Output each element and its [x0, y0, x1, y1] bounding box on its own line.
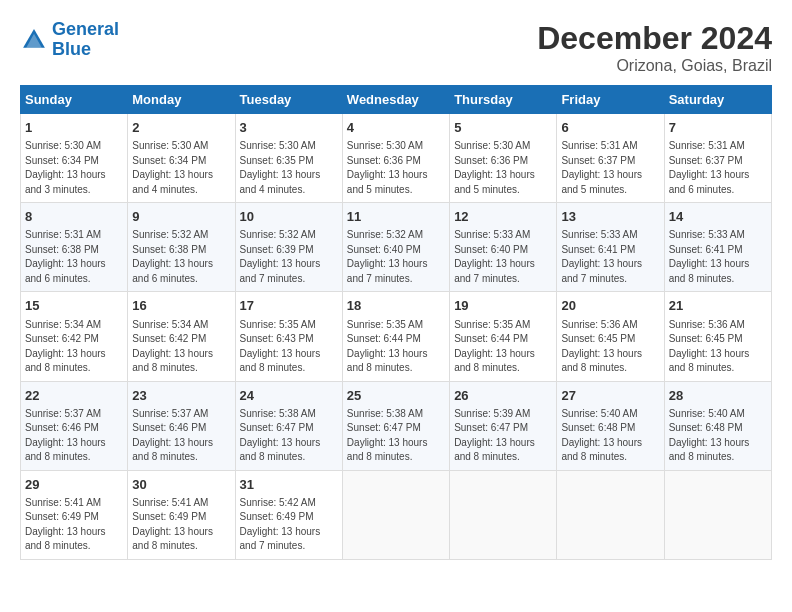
day-info: Sunrise: 5:37 AM Sunset: 6:46 PM Dayligh… — [132, 407, 230, 465]
day-info: Sunrise: 5:35 AM Sunset: 6:44 PM Dayligh… — [347, 318, 445, 376]
day-number: 26 — [454, 387, 552, 405]
day-info: Sunrise: 5:31 AM Sunset: 6:37 PM Dayligh… — [561, 139, 659, 197]
calendar-cell — [342, 470, 449, 559]
day-number: 10 — [240, 208, 338, 226]
calendar-cell: 25Sunrise: 5:38 AM Sunset: 6:47 PM Dayli… — [342, 381, 449, 470]
calendar-cell: 13Sunrise: 5:33 AM Sunset: 6:41 PM Dayli… — [557, 203, 664, 292]
calendar-title: December 2024 — [537, 20, 772, 57]
day-number: 14 — [669, 208, 767, 226]
day-number: 6 — [561, 119, 659, 137]
calendar-cell: 12Sunrise: 5:33 AM Sunset: 6:40 PM Dayli… — [450, 203, 557, 292]
day-info: Sunrise: 5:33 AM Sunset: 6:40 PM Dayligh… — [454, 228, 552, 286]
week-row-4: 22Sunrise: 5:37 AM Sunset: 6:46 PM Dayli… — [21, 381, 772, 470]
weekday-header-friday: Friday — [557, 86, 664, 114]
day-info: Sunrise: 5:34 AM Sunset: 6:42 PM Dayligh… — [132, 318, 230, 376]
day-info: Sunrise: 5:37 AM Sunset: 6:46 PM Dayligh… — [25, 407, 123, 465]
weekday-header-row: SundayMondayTuesdayWednesdayThursdayFrid… — [21, 86, 772, 114]
calendar-cell: 14Sunrise: 5:33 AM Sunset: 6:41 PM Dayli… — [664, 203, 771, 292]
calendar-cell: 27Sunrise: 5:40 AM Sunset: 6:48 PM Dayli… — [557, 381, 664, 470]
day-number: 13 — [561, 208, 659, 226]
calendar-cell: 5Sunrise: 5:30 AM Sunset: 6:36 PM Daylig… — [450, 114, 557, 203]
day-info: Sunrise: 5:36 AM Sunset: 6:45 PM Dayligh… — [561, 318, 659, 376]
day-info: Sunrise: 5:31 AM Sunset: 6:38 PM Dayligh… — [25, 228, 123, 286]
day-number: 19 — [454, 297, 552, 315]
day-number: 21 — [669, 297, 767, 315]
day-info: Sunrise: 5:34 AM Sunset: 6:42 PM Dayligh… — [25, 318, 123, 376]
day-number: 16 — [132, 297, 230, 315]
logo-text: General Blue — [52, 20, 119, 60]
day-number: 24 — [240, 387, 338, 405]
day-number: 3 — [240, 119, 338, 137]
calendar-cell — [664, 470, 771, 559]
day-info: Sunrise: 5:32 AM Sunset: 6:40 PM Dayligh… — [347, 228, 445, 286]
day-info: Sunrise: 5:40 AM Sunset: 6:48 PM Dayligh… — [669, 407, 767, 465]
calendar-cell: 18Sunrise: 5:35 AM Sunset: 6:44 PM Dayli… — [342, 292, 449, 381]
calendar-cell: 3Sunrise: 5:30 AM Sunset: 6:35 PM Daylig… — [235, 114, 342, 203]
calendar-cell: 20Sunrise: 5:36 AM Sunset: 6:45 PM Dayli… — [557, 292, 664, 381]
calendar-cell — [450, 470, 557, 559]
day-info: Sunrise: 5:35 AM Sunset: 6:44 PM Dayligh… — [454, 318, 552, 376]
calendar-cell: 15Sunrise: 5:34 AM Sunset: 6:42 PM Dayli… — [21, 292, 128, 381]
calendar-cell: 28Sunrise: 5:40 AM Sunset: 6:48 PM Dayli… — [664, 381, 771, 470]
weekday-header-tuesday: Tuesday — [235, 86, 342, 114]
day-number: 20 — [561, 297, 659, 315]
weekday-header-thursday: Thursday — [450, 86, 557, 114]
day-info: Sunrise: 5:36 AM Sunset: 6:45 PM Dayligh… — [669, 318, 767, 376]
day-number: 9 — [132, 208, 230, 226]
day-info: Sunrise: 5:42 AM Sunset: 6:49 PM Dayligh… — [240, 496, 338, 554]
day-info: Sunrise: 5:38 AM Sunset: 6:47 PM Dayligh… — [240, 407, 338, 465]
day-number: 2 — [132, 119, 230, 137]
title-area: December 2024 Orizona, Goias, Brazil — [537, 20, 772, 75]
week-row-2: 8Sunrise: 5:31 AM Sunset: 6:38 PM Daylig… — [21, 203, 772, 292]
calendar-cell: 6Sunrise: 5:31 AM Sunset: 6:37 PM Daylig… — [557, 114, 664, 203]
day-number: 15 — [25, 297, 123, 315]
day-number: 5 — [454, 119, 552, 137]
day-number: 28 — [669, 387, 767, 405]
day-number: 30 — [132, 476, 230, 494]
calendar-cell: 31Sunrise: 5:42 AM Sunset: 6:49 PM Dayli… — [235, 470, 342, 559]
calendar-subtitle: Orizona, Goias, Brazil — [537, 57, 772, 75]
calendar-cell: 10Sunrise: 5:32 AM Sunset: 6:39 PM Dayli… — [235, 203, 342, 292]
calendar-cell: 8Sunrise: 5:31 AM Sunset: 6:38 PM Daylig… — [21, 203, 128, 292]
day-info: Sunrise: 5:30 AM Sunset: 6:35 PM Dayligh… — [240, 139, 338, 197]
day-number: 29 — [25, 476, 123, 494]
day-number: 4 — [347, 119, 445, 137]
calendar-cell — [557, 470, 664, 559]
day-info: Sunrise: 5:30 AM Sunset: 6:34 PM Dayligh… — [25, 139, 123, 197]
day-number: 22 — [25, 387, 123, 405]
calendar-table: SundayMondayTuesdayWednesdayThursdayFrid… — [20, 85, 772, 560]
calendar-cell: 4Sunrise: 5:30 AM Sunset: 6:36 PM Daylig… — [342, 114, 449, 203]
day-info: Sunrise: 5:41 AM Sunset: 6:49 PM Dayligh… — [132, 496, 230, 554]
day-info: Sunrise: 5:39 AM Sunset: 6:47 PM Dayligh… — [454, 407, 552, 465]
logo: General Blue — [20, 20, 119, 60]
calendar-cell: 7Sunrise: 5:31 AM Sunset: 6:37 PM Daylig… — [664, 114, 771, 203]
day-info: Sunrise: 5:31 AM Sunset: 6:37 PM Dayligh… — [669, 139, 767, 197]
weekday-header-monday: Monday — [128, 86, 235, 114]
calendar-cell: 2Sunrise: 5:30 AM Sunset: 6:34 PM Daylig… — [128, 114, 235, 203]
day-number: 17 — [240, 297, 338, 315]
day-info: Sunrise: 5:30 AM Sunset: 6:36 PM Dayligh… — [454, 139, 552, 197]
day-info: Sunrise: 5:32 AM Sunset: 6:38 PM Dayligh… — [132, 228, 230, 286]
day-info: Sunrise: 5:30 AM Sunset: 6:36 PM Dayligh… — [347, 139, 445, 197]
header: General Blue December 2024 Orizona, Goia… — [20, 20, 772, 75]
week-row-3: 15Sunrise: 5:34 AM Sunset: 6:42 PM Dayli… — [21, 292, 772, 381]
calendar-cell: 21Sunrise: 5:36 AM Sunset: 6:45 PM Dayli… — [664, 292, 771, 381]
calendar-cell: 17Sunrise: 5:35 AM Sunset: 6:43 PM Dayli… — [235, 292, 342, 381]
weekday-header-wednesday: Wednesday — [342, 86, 449, 114]
logo-icon — [20, 26, 48, 54]
weekday-header-saturday: Saturday — [664, 86, 771, 114]
calendar-cell: 16Sunrise: 5:34 AM Sunset: 6:42 PM Dayli… — [128, 292, 235, 381]
week-row-5: 29Sunrise: 5:41 AM Sunset: 6:49 PM Dayli… — [21, 470, 772, 559]
day-info: Sunrise: 5:35 AM Sunset: 6:43 PM Dayligh… — [240, 318, 338, 376]
day-number: 18 — [347, 297, 445, 315]
day-number: 8 — [25, 208, 123, 226]
calendar-cell: 29Sunrise: 5:41 AM Sunset: 6:49 PM Dayli… — [21, 470, 128, 559]
day-number: 7 — [669, 119, 767, 137]
day-number: 31 — [240, 476, 338, 494]
calendar-cell: 23Sunrise: 5:37 AM Sunset: 6:46 PM Dayli… — [128, 381, 235, 470]
day-number: 12 — [454, 208, 552, 226]
week-row-1: 1Sunrise: 5:30 AM Sunset: 6:34 PM Daylig… — [21, 114, 772, 203]
day-info: Sunrise: 5:33 AM Sunset: 6:41 PM Dayligh… — [561, 228, 659, 286]
day-number: 27 — [561, 387, 659, 405]
calendar-cell: 9Sunrise: 5:32 AM Sunset: 6:38 PM Daylig… — [128, 203, 235, 292]
